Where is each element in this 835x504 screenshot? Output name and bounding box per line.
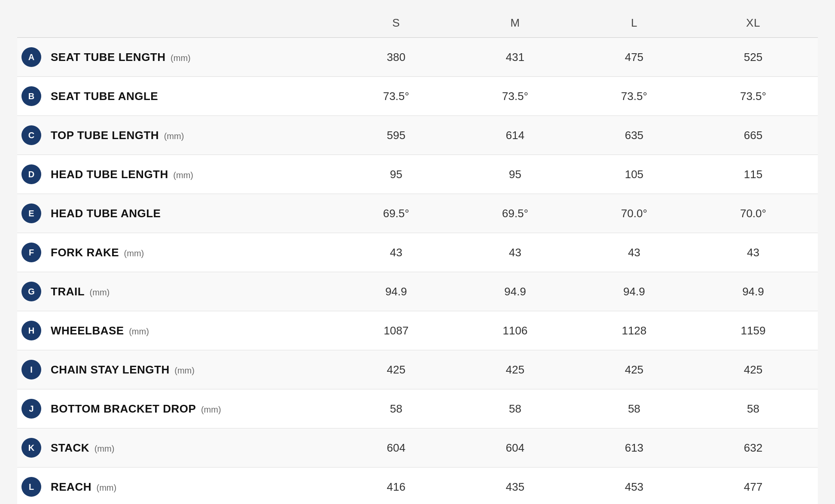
row-value-m: 69.5° — [461, 194, 580, 233]
row-value-s: 425 — [342, 350, 461, 389]
row-name-text: HEAD TUBE LENGTH — [51, 168, 168, 181]
row-value-xl: 525 — [699, 38, 818, 77]
row-name: HEAD TUBE ANGLE — [51, 207, 161, 220]
row-value-xl: 94.9 — [699, 272, 818, 311]
letter-badge-c: C — [21, 125, 41, 145]
row-value-m: 94.9 — [461, 272, 580, 311]
row-value-s: 69.5° — [342, 194, 461, 233]
row-label-cell-k: KSTACK (mm) — [17, 428, 342, 468]
row-name: TRAIL (mm) — [51, 285, 110, 298]
row-label-cell-i: ICHAIN STAY LENGTH (mm) — [17, 350, 342, 389]
row-label-cell-c: CTOP TUBE LENGTH (mm) — [17, 116, 342, 155]
row-value-xl: 665 — [699, 116, 818, 155]
row-value-l: 453 — [580, 468, 699, 504]
row-value-m: 73.5° — [461, 77, 580, 116]
letter-badge-g: G — [21, 282, 41, 301]
row-name: WHEELBASE (mm) — [51, 324, 149, 337]
table-row: EHEAD TUBE ANGLE69.5°69.5°70.0°70.0° — [17, 194, 818, 233]
row-value-s: 94.9 — [342, 272, 461, 311]
row-value-m: 435 — [461, 468, 580, 504]
table-row: FFORK RAKE (mm)43434343 — [17, 233, 818, 272]
row-value-s: 380 — [342, 38, 461, 77]
col-header-label — [17, 9, 342, 38]
row-value-m: 43 — [461, 233, 580, 272]
letter-badge-j: J — [21, 399, 41, 419]
table-row: HWHEELBASE (mm)1087110611281159 — [17, 311, 818, 350]
row-name-text: REACH — [51, 480, 91, 493]
row-name-text: BOTTOM BRACKET DROP — [51, 402, 196, 415]
table-row: KSTACK (mm)604604613632 — [17, 428, 818, 468]
row-unit: (mm) — [168, 53, 191, 63]
row-name: STACK (mm) — [51, 441, 114, 455]
letter-badge-h: H — [21, 321, 41, 340]
letter-badge-k: K — [21, 438, 41, 458]
row-value-s: 58 — [342, 389, 461, 428]
row-label-cell-l: LREACH (mm) — [17, 468, 342, 504]
row-value-l: 58 — [580, 389, 699, 428]
row-unit: (mm) — [172, 366, 195, 375]
row-label-cell-h: HWHEELBASE (mm) — [17, 311, 342, 350]
geometry-table: S M L XL ASEAT TUBE LENGTH (mm)380431475… — [17, 9, 818, 504]
row-name: REACH (mm) — [51, 480, 116, 494]
row-value-s: 95 — [342, 155, 461, 194]
table-row: GTRAIL (mm)94.994.994.994.9 — [17, 272, 818, 311]
row-unit: (mm) — [87, 288, 110, 297]
row-name: BOTTOM BRACKET DROP (mm) — [51, 402, 221, 416]
table-row: CTOP TUBE LENGTH (mm)595614635665 — [17, 116, 818, 155]
row-value-m: 95 — [461, 155, 580, 194]
row-value-l: 425 — [580, 350, 699, 389]
row-label-cell-a: ASEAT TUBE LENGTH (mm) — [17, 38, 342, 77]
row-value-xl: 115 — [699, 155, 818, 194]
row-value-m: 1106 — [461, 311, 580, 350]
row-name: CHAIN STAY LENGTH (mm) — [51, 363, 195, 376]
row-value-xl: 70.0° — [699, 194, 818, 233]
row-value-xl: 43 — [699, 233, 818, 272]
row-value-l: 475 — [580, 38, 699, 77]
row-name: SEAT TUBE ANGLE — [51, 90, 158, 103]
table-row: BSEAT TUBE ANGLE73.5°73.5°73.5°73.5° — [17, 77, 818, 116]
row-label-cell-j: JBOTTOM BRACKET DROP (mm) — [17, 389, 342, 428]
row-name: SEAT TUBE LENGTH (mm) — [51, 51, 191, 64]
table-row: ICHAIN STAY LENGTH (mm)425425425425 — [17, 350, 818, 389]
row-unit: (mm) — [127, 327, 149, 336]
col-header-s: S — [342, 9, 461, 38]
row-value-xl: 1159 — [699, 311, 818, 350]
row-value-s: 604 — [342, 428, 461, 468]
row-value-m: 431 — [461, 38, 580, 77]
row-name-text: TRAIL — [51, 285, 85, 298]
row-label-cell-d: DHEAD TUBE LENGTH (mm) — [17, 155, 342, 194]
row-label-cell-b: BSEAT TUBE ANGLE — [17, 77, 342, 116]
row-name-text: TOP TUBE LENGTH — [51, 129, 159, 142]
row-value-xl: 58 — [699, 389, 818, 428]
row-unit: (mm) — [162, 131, 184, 141]
row-name-text: WHEELBASE — [51, 324, 124, 337]
row-value-xl: 73.5° — [699, 77, 818, 116]
row-value-l: 635 — [580, 116, 699, 155]
col-header-m: M — [461, 9, 580, 38]
row-name-text: STACK — [51, 441, 89, 454]
letter-badge-b: B — [21, 86, 41, 106]
row-value-xl: 477 — [699, 468, 818, 504]
row-value-m: 614 — [461, 116, 580, 155]
row-value-s: 1087 — [342, 311, 461, 350]
letter-badge-l: L — [21, 477, 41, 497]
row-value-l: 94.9 — [580, 272, 699, 311]
row-name-text: CHAIN STAY LENGTH — [51, 363, 170, 376]
row-value-l: 1128 — [580, 311, 699, 350]
row-value-l: 73.5° — [580, 77, 699, 116]
row-name-text: HEAD TUBE ANGLE — [51, 207, 161, 220]
row-name: FORK RAKE (mm) — [51, 246, 144, 259]
row-value-s: 416 — [342, 468, 461, 504]
row-name: TOP TUBE LENGTH (mm) — [51, 129, 184, 142]
row-value-s: 595 — [342, 116, 461, 155]
row-value-xl: 425 — [699, 350, 818, 389]
row-unit: (mm) — [171, 170, 193, 180]
row-value-l: 105 — [580, 155, 699, 194]
col-header-xl: XL — [699, 9, 818, 38]
table-row: LREACH (mm)416435453477 — [17, 468, 818, 504]
col-header-l: L — [580, 9, 699, 38]
row-value-s: 73.5° — [342, 77, 461, 116]
row-label-cell-g: GTRAIL (mm) — [17, 272, 342, 311]
row-unit: (mm) — [92, 444, 114, 453]
table-row: ASEAT TUBE LENGTH (mm)380431475525 — [17, 38, 818, 77]
